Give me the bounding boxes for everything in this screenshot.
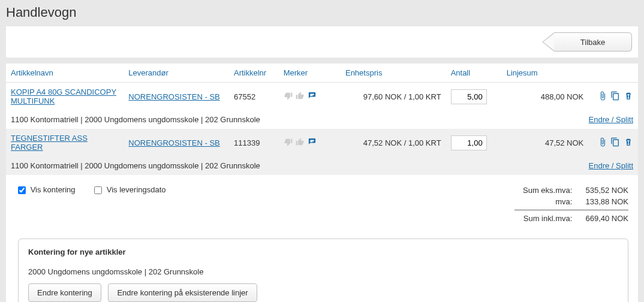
article-link[interactable]: KOPIP A4 80G SCANDICOPY MULTIFUNK xyxy=(11,87,116,105)
thumb-up-icon[interactable] xyxy=(296,92,304,102)
change-accounting-button[interactable]: Endre kontering xyxy=(28,283,101,302)
show-accounting-checkbox[interactable]: Vis kontering xyxy=(16,185,77,194)
accounting-row: 1100 Kontormatriell | 2000 Ungdomens ung… xyxy=(6,110,638,129)
col-article-name[interactable]: Artikkelnavn xyxy=(6,64,124,83)
thumb-up-icon[interactable] xyxy=(296,138,304,148)
show-delivery-date-checkbox[interactable]: Vis leveringsdato xyxy=(92,185,165,194)
trash-icon[interactable] xyxy=(624,137,633,149)
col-article-no[interactable]: Artikkelnr xyxy=(229,64,279,83)
kontering-box: Kontering for nye artikkler 2000 Ungdome… xyxy=(18,238,628,302)
col-tags[interactable]: Merker xyxy=(279,64,341,83)
back-button[interactable]: Tilbake xyxy=(542,32,632,52)
total-vat-value: 133,88 NOK xyxy=(574,197,628,206)
totals: Sum eks.mva: 535,52 NOK mva: 133,88 NOK … xyxy=(514,185,628,224)
total-inclvat-value: 669,40 NOK xyxy=(574,214,628,223)
article-no: 111339 xyxy=(229,129,279,156)
col-supplier[interactable]: Leverandør xyxy=(124,64,229,83)
col-line-sum[interactable]: Linjesum xyxy=(502,64,589,83)
edit-split-link[interactable]: Endre / Splitt xyxy=(589,115,633,124)
copy-icon[interactable] xyxy=(610,91,620,102)
note-icon[interactable] xyxy=(308,91,317,102)
qty-input[interactable] xyxy=(451,89,487,104)
line-sum: 47,52 NOK xyxy=(502,129,589,156)
col-unit-price[interactable]: Enhetspris xyxy=(341,64,446,83)
supplier-link[interactable]: NORENGROSISTEN - SB xyxy=(128,138,219,147)
thumb-down-icon[interactable] xyxy=(284,92,293,102)
note-icon[interactable] xyxy=(308,137,317,148)
total-vat-label: mva: xyxy=(555,197,572,206)
kontering-title: Kontering for nye artikkler xyxy=(28,247,618,256)
edit-split-link[interactable]: Endre / Splitt xyxy=(589,161,633,170)
qty-input[interactable] xyxy=(451,135,487,150)
supplier-link[interactable]: NORENGROSISTEN - SB xyxy=(128,92,219,101)
table-row: KOPIP A4 80G SCANDICOPY MULTIFUNK NORENG… xyxy=(6,83,638,111)
accounting-text: 1100 Kontormatriell | 2000 Ungdomens ung… xyxy=(11,161,260,170)
show-delivery-date-input[interactable] xyxy=(94,186,102,194)
accounting-row: 1100 Kontormatriell | 2000 Ungdomens ung… xyxy=(6,156,638,175)
col-qty[interactable]: Antall xyxy=(446,64,502,83)
line-sum: 488,00 NOK xyxy=(502,83,589,111)
kontering-accounting: 2000 Ungdomens ungdomsskole | 202 Grunns… xyxy=(28,267,618,276)
change-accounting-existing-button[interactable]: Endre kontering på eksisterende linjer xyxy=(108,283,257,302)
show-accounting-input[interactable] xyxy=(18,186,26,194)
chevron-left-icon xyxy=(542,32,554,52)
article-link[interactable]: TEGNESTIFTER ASS FARGER xyxy=(11,134,88,152)
copy-icon[interactable] xyxy=(610,137,620,149)
accounting-text: 1100 Kontormatriell | 2000 Ungdomens ung… xyxy=(11,115,260,124)
total-exvat-label: Sum eks.mva: xyxy=(523,186,572,195)
unit-price: 47,52 NOK / 1,00 KRT xyxy=(341,129,446,156)
thumb-down-icon[interactable] xyxy=(284,138,293,148)
trash-icon[interactable] xyxy=(624,91,633,102)
total-inclvat-label: Sum inkl.mva: xyxy=(523,214,573,223)
table-row: TEGNESTIFTER ASS FARGER NORENGROSISTEN -… xyxy=(6,129,638,156)
show-delivery-date-label: Vis leveringsdato xyxy=(107,185,166,194)
top-bar: Tilbake xyxy=(6,26,638,58)
page-title: Handlevogn xyxy=(6,5,644,20)
attach-icon[interactable] xyxy=(598,91,607,102)
unit-price: 97,60 NOK / 1,00 KRT xyxy=(341,83,446,111)
article-no: 67552 xyxy=(229,83,279,111)
total-exvat-value: 535,52 NOK xyxy=(574,186,628,195)
show-accounting-label: Vis kontering xyxy=(31,185,76,194)
cart-table: Artikkelnavn Leverandør Artikkelnr Merke… xyxy=(6,64,638,175)
back-button-label: Tilbake xyxy=(554,32,632,52)
attach-icon[interactable] xyxy=(598,137,607,149)
bottom-panel: Vis kontering Vis leveringsdato Sum eks.… xyxy=(6,175,638,302)
